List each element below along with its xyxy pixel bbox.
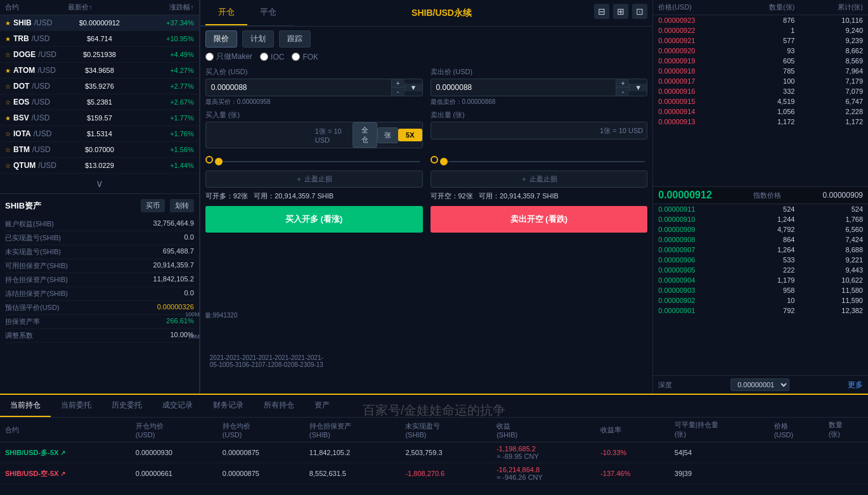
bid-row-0[interactable]: 0.00000911 524 524 (653, 204, 868, 214)
pos-hold-1: 0.00000875 (217, 463, 304, 484)
more-link[interactable]: 更多 (848, 380, 863, 390)
bottom-tab-6[interactable]: 资产 (304, 395, 340, 417)
bid-row-3[interactable]: 0.00000908 864 7,424 (653, 235, 868, 245)
coin-item-atom-usd[interactable]: ★ ATOM/USD $34.9658 +4.27% (0, 63, 199, 79)
asset-row-5: 冻结担保资产(SHIB) 0.0 (5, 287, 194, 301)
coin-item-dot-usd[interactable]: ☆ DOT/USD $35.9276 +2.77% (0, 79, 199, 94)
transfer-btn[interactable]: 划转 (170, 199, 194, 212)
sidebar-more-btn[interactable]: ∨ (0, 174, 199, 193)
bottom-tab-2[interactable]: 历史委托 (101, 395, 152, 417)
chart-icon-btn[interactable]: ⊟ (594, 4, 609, 19)
sell-qty-input[interactable] (431, 122, 597, 139)
bottom-table-header-row: 合约 开仓均价(USD) 持仓均价(USD) 持仓担保资产(SHIB) 未实现盈… (0, 418, 868, 442)
ask-total-6: 7,179 (794, 77, 863, 85)
bid-row-1[interactable]: 0.00000910 1,244 1,768 (653, 214, 868, 224)
bid-row-5[interactable]: 0.00000906 533 9,221 (653, 255, 868, 265)
sell-stop-loss-btn[interactable]: ＋ 止盈止损 (431, 170, 648, 188)
buy-price-dropdown[interactable]: ▼ (405, 84, 422, 91)
fullscreen-btn[interactable]: ⊞ (613, 4, 628, 19)
ask-row-3[interactable]: 0.00000920 93 8,662 (653, 46, 868, 56)
stop-loss-row: ＋ 止盈止损 ＋ 止盈止损 (200, 170, 652, 191)
sell-slider[interactable] (440, 161, 645, 162)
depth-select[interactable]: 0.00000001 (730, 378, 789, 391)
ask-row-4[interactable]: 0.00000919 605 8,569 (653, 56, 868, 66)
bid-row-9[interactable]: 0.00000902 10 11,590 (653, 295, 868, 305)
radio-fok[interactable]: FOK (292, 51, 318, 62)
coin-item-bsv-usd[interactable]: ★ BSV/USD $159.57 +1.77% (0, 110, 199, 126)
coin-item-doge-usd[interactable]: ☆ DOGE/USD $0.251938 +4.49% (0, 47, 199, 63)
coin-item-btm-usd[interactable]: ☆ BTM/USD $0.07000 +1.56% (0, 142, 199, 158)
radio-maker[interactable]: 只做Maker (205, 51, 252, 62)
bid-row-2[interactable]: 0.00000909 4,792 6,560 (653, 224, 868, 235)
sell-price-dropdown[interactable]: ▼ (629, 84, 647, 91)
buy-open-btn[interactable]: 买入开多 (看涨) (205, 206, 423, 233)
sell-open-btn[interactable]: 卖出开空 (看跌) (431, 206, 648, 233)
coin-item-qtum-usd[interactable]: ☆ QTUM/USD $13.0229 +1.44% (0, 158, 199, 174)
buy-full-qty-btn[interactable]: 全仓 (353, 122, 377, 148)
trail-order-btn[interactable]: 跟踪 (279, 30, 311, 48)
sell-price-input[interactable] (431, 79, 616, 96)
bottom-tab-0[interactable]: 当前持仓 (0, 395, 51, 417)
pos-price-usd-1 (769, 463, 824, 484)
bid-row-7[interactable]: 0.00000904 1,179 10,622 (653, 275, 868, 285)
shib-asset-section: SHIB资产 买币 划转 账户权益(SHIB) 32,756,464.9 已实现… (0, 193, 199, 348)
ask-row-2[interactable]: 0.00000921 577 9,239 (653, 35, 868, 46)
ask-row-9[interactable]: 0.00000914 1,056 2,228 (653, 106, 868, 117)
buy-5x-btn[interactable]: 5X (398, 129, 422, 141)
buy-coin-btn[interactable]: 买币 (141, 199, 165, 212)
coin-item-shib-usd[interactable]: ★ SHIB/USD $0.00000912 +37.34% (0, 15, 199, 31)
ask-row-1[interactable]: 0.00000922 1 9,240 (653, 25, 868, 35)
limit-order-btn[interactable]: 限价 (205, 30, 237, 48)
bid-row-4[interactable]: 0.00000907 1,264 8,688 (653, 245, 868, 255)
bottom-tab-1[interactable]: 当前委托 (51, 395, 101, 417)
ask-qty-1: 1 (727, 27, 795, 34)
coin-quote-atom-usd: /USD (37, 66, 56, 75)
coin-item-trb-usd[interactable]: ★ TRB/USD $64.714 +10.95% (0, 31, 199, 47)
buy-qty-input[interactable] (206, 127, 311, 143)
bottom-table-wrap: 合约 开仓均价(USD) 持仓均价(USD) 持仓担保资产(SHIB) 未实现盈… (0, 418, 868, 484)
pos-unrealized-1: -1,808,270.6 (400, 463, 491, 484)
buy-price-input[interactable] (206, 79, 391, 96)
ask-row-6[interactable]: 0.00000917 100 7,179 (653, 76, 868, 86)
coin-item-iota-usd[interactable]: ☆ IOTA/USD $1.5314 +1.76% (0, 126, 199, 142)
coin-price-dot-usd: $35.9276 (68, 82, 131, 90)
ask-row-7[interactable]: 0.00000916 332 7,079 (653, 86, 868, 96)
ask-total-10: 1,172 (794, 118, 863, 125)
coin-quote-shib-usd: /USD (34, 18, 53, 27)
sell-price-down[interactable]: - (616, 87, 629, 96)
shib-asset-actions: 买币 划转 (141, 199, 194, 212)
radio-ioc[interactable]: IOC (260, 51, 284, 62)
buy-leverage-btn[interactable]: 张 (377, 127, 398, 143)
tab-close-position[interactable]: 平仓 (247, 0, 289, 25)
coin-base-btm-usd: BTM (13, 145, 30, 154)
tab-open-position[interactable]: 开仓 (205, 0, 247, 25)
bottom-tab-3[interactable]: 成交记录 (152, 395, 203, 417)
buy-price-down[interactable]: - (392, 87, 405, 96)
asset-label-8: 调整系数 (5, 331, 33, 340)
bottom-tab-5[interactable]: 所有持仓 (254, 395, 304, 417)
bid-row-10[interactable]: 0.00000901 792 12,382 (653, 305, 868, 316)
coin-change-atom-usd: +4.27% (131, 67, 194, 74)
ask-row-8[interactable]: 0.00000915 4,519 6,747 (653, 96, 868, 106)
sell-price-up[interactable]: + (616, 79, 629, 87)
bid-row-6[interactable]: 0.00000905 222 9,443 (653, 265, 868, 275)
coin-quote-eos-usd: /USD (32, 98, 50, 106)
ask-row-5[interactable]: 0.00000918 785 7,964 (653, 66, 868, 76)
ask-row-10[interactable]: 0.00000913 1,172 1,172 (653, 117, 868, 127)
left-sidebar: 合约 最新价↑ 涨跌幅↑ ★ SHIB/USD $0.00000912 +37.… (0, 0, 200, 394)
pos-collateral-1: 8,552,631.5 (304, 463, 401, 484)
buy-stop-loss-btn[interactable]: ＋ 止盈止损 (205, 170, 423, 188)
plan-order-btn[interactable]: 计划 (242, 30, 274, 48)
coin-base-bsv-usd: BSV (13, 113, 29, 122)
buy-price-up[interactable]: + (392, 79, 405, 87)
ask-total-5: 7,964 (794, 67, 863, 75)
settings-btn[interactable]: ⊡ (632, 4, 647, 19)
bid-row-8[interactable]: 0.00000903 958 11,580 (653, 285, 868, 295)
star-icon-qtum-usd: ☆ (5, 162, 11, 169)
pos-name-0: SHIB/USD-多-5X ↗ (5, 448, 126, 458)
coin-list: ★ SHIB/USD $0.00000912 +37.34% ★ TRB/USD… (0, 15, 199, 174)
buy-slider[interactable] (215, 161, 420, 162)
coin-item-eos-usd[interactable]: ☆ EOS/USD $5.2381 +2.67% (0, 94, 199, 110)
ask-row-0[interactable]: 0.00000923 876 10,116 (653, 15, 868, 25)
bottom-tab-4[interactable]: 财务记录 (203, 395, 254, 417)
